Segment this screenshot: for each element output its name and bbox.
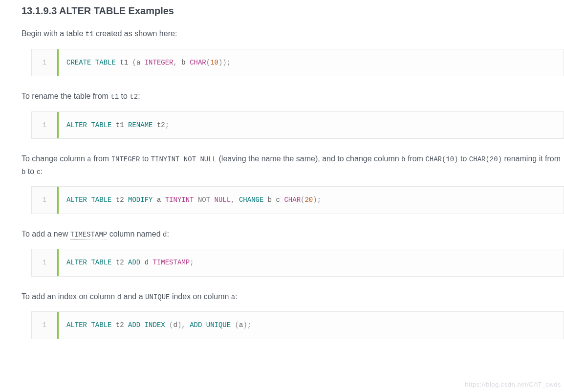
code-block: 1 ALTER TABLE t2 ADD INDEX (d), ADD UNIQ… xyxy=(31,311,564,339)
tok: UNIQUE xyxy=(206,321,231,329)
tok: ; xyxy=(190,259,194,266)
tok: a xyxy=(157,196,161,204)
tok: ALTER xyxy=(66,321,87,329)
tok: TABLE xyxy=(91,196,111,204)
tok: INDEX xyxy=(145,321,165,329)
tok: t2 xyxy=(116,321,124,329)
tok: CREATE xyxy=(66,59,91,66)
text: To rename the table from xyxy=(22,92,110,100)
inline-code-link[interactable]: TIMESTAMP xyxy=(70,231,108,240)
tok: ( xyxy=(132,59,136,66)
tok: t1 xyxy=(116,121,124,129)
text: created as shown here: xyxy=(94,29,177,38)
text: To add an index on column xyxy=(22,292,117,301)
tok: c xyxy=(276,196,280,204)
intro-paragraph-5: To add an index on column d and a UNIQUE… xyxy=(22,290,564,303)
inline-code: t1 xyxy=(110,93,119,101)
tok: ) xyxy=(222,59,226,66)
intro-paragraph-4: To add a new TIMESTAMP column named d: xyxy=(22,228,564,240)
text: from xyxy=(91,154,111,163)
text: : xyxy=(167,230,169,238)
text: to xyxy=(140,154,151,163)
code-block: 1 ALTER TABLE t2 ADD d TIMESTAMP; xyxy=(31,249,564,276)
tok: CHAR xyxy=(284,196,301,204)
inline-code: d xyxy=(163,231,167,239)
inline-code: c xyxy=(37,168,41,176)
line-number: 1 xyxy=(43,320,46,330)
line-number-gutter: 1 xyxy=(32,312,59,338)
line-number-gutter: 1 xyxy=(32,49,59,76)
inline-code: t1 xyxy=(86,30,94,38)
text: : xyxy=(235,292,237,301)
tok: ) xyxy=(243,321,247,329)
tok: a xyxy=(136,59,140,66)
tok: MODIFY xyxy=(128,196,152,204)
code-area: ALTER TABLE t2 ADD d TIMESTAMP; xyxy=(59,249,564,276)
text: Begin with a table xyxy=(22,29,86,38)
inline-code: a xyxy=(231,293,235,301)
line-number-gutter: 1 xyxy=(32,249,59,276)
tok: ( xyxy=(169,321,173,329)
tok: b xyxy=(181,59,185,66)
inline-code: TINYINT NOT NULL xyxy=(151,155,217,163)
code-area: ALTER TABLE t2 ADD INDEX (d), ADD UNIQUE… xyxy=(59,312,564,338)
text: : xyxy=(138,92,140,100)
tok: ADD xyxy=(190,321,202,329)
text: and a xyxy=(121,292,145,301)
tok: NOT xyxy=(198,196,210,204)
tok: d xyxy=(145,259,149,266)
tok: , xyxy=(174,59,177,66)
text: To change column xyxy=(22,154,87,163)
line-number-gutter: 1 xyxy=(32,112,59,138)
code-block: 1 CREATE TABLE t1 (a INTEGER, b CHAR(10)… xyxy=(31,49,564,76)
code-block: 1 ALTER TABLE t2 MODIFY a TINYINT NOT NU… xyxy=(31,186,564,214)
inline-code: UNIQUE xyxy=(145,293,170,301)
tok: TIMESTAMP xyxy=(153,259,190,266)
tok: ; xyxy=(247,321,251,329)
text: column named xyxy=(107,230,163,238)
tok: 20 xyxy=(304,196,313,204)
tok: t2 xyxy=(116,259,124,266)
document-content: 13.1.9.3 ALTER TABLE Examples Begin with… xyxy=(0,0,564,351)
inline-code: a xyxy=(87,155,91,163)
tok: RENAME xyxy=(128,121,152,129)
inline-code: t2 xyxy=(130,93,138,101)
tok: TABLE xyxy=(95,59,116,66)
tok: ALTER xyxy=(66,121,87,129)
line-number: 1 xyxy=(43,120,46,131)
tok: ; xyxy=(227,59,231,66)
tok: t2 xyxy=(116,196,124,204)
line-number: 1 xyxy=(43,257,46,268)
tok: NULL xyxy=(215,196,231,204)
tok: ALTER xyxy=(66,259,87,266)
tok: ALTER xyxy=(66,196,87,204)
tok: ) xyxy=(313,196,317,204)
text: to xyxy=(25,167,36,175)
tok: ( xyxy=(206,59,210,66)
tok: t1 xyxy=(120,59,128,66)
tok: b xyxy=(268,196,272,204)
tok: ADD xyxy=(128,259,140,266)
inline-code: CHAR(10) xyxy=(425,155,458,163)
line-number: 1 xyxy=(43,195,46,205)
intro-paragraph-2: To rename the table from t1 to t2: xyxy=(22,90,564,103)
inline-code-link[interactable]: INTEGER xyxy=(111,155,140,164)
text: from xyxy=(405,154,425,163)
text: to xyxy=(458,154,469,163)
text: renaming it from xyxy=(502,154,561,163)
tok: ; xyxy=(165,121,169,129)
section-heading: 13.1.9.3 ALTER TABLE Examples xyxy=(22,3,564,19)
tok: 10 xyxy=(210,59,218,66)
code-area: ALTER TABLE t1 RENAME t2; xyxy=(59,112,564,138)
tok: TABLE xyxy=(91,121,111,129)
tok: TINYINT xyxy=(165,196,194,204)
tok: INTEGER xyxy=(145,59,174,66)
line-number-gutter: 1 xyxy=(32,187,59,213)
tok: CHAR xyxy=(190,59,206,66)
tok: ; xyxy=(317,196,321,204)
intro-paragraph-3: To change column a from INTEGER to TINYI… xyxy=(22,152,564,177)
tok: d xyxy=(174,321,177,329)
text: To add a new xyxy=(22,230,70,238)
tok: ( xyxy=(235,321,239,329)
tok: TABLE xyxy=(91,321,111,329)
